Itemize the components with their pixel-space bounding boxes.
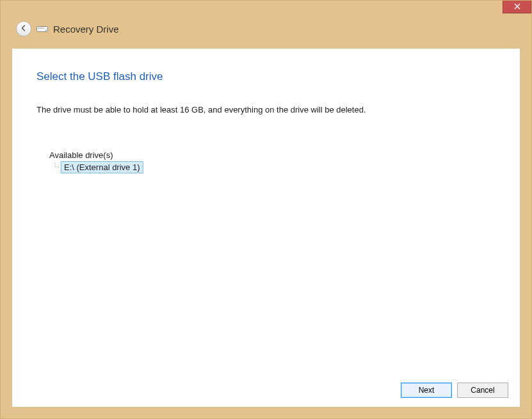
content-inner: Select the USB flash drive The drive mus…	[12, 49, 520, 407]
footer-button-row: Next Cancel	[401, 383, 508, 398]
page-heading: Select the USB flash drive	[36, 70, 496, 83]
back-button[interactable]	[16, 21, 31, 36]
next-button[interactable]: Next	[401, 383, 452, 398]
content-panel: Select the USB flash drive The drive mus…	[12, 48, 520, 407]
cancel-button[interactable]: Cancel	[457, 383, 508, 398]
available-drives-label: Available drive(s)	[49, 150, 496, 160]
svg-point-2	[45, 30, 47, 31]
drive-item[interactable]: E:\ (External drive 1)	[61, 161, 143, 173]
description-text: The drive must be able to hold at least …	[36, 105, 496, 115]
drive-tree: E:\ (External drive 1)	[49, 161, 496, 173]
header-row: Recovery Drive	[1, 19, 531, 44]
drive-icon	[36, 24, 48, 33]
titlebar	[1, 1, 531, 19]
back-arrow-icon	[20, 24, 28, 34]
tree-connector-icon	[53, 162, 61, 173]
recovery-drive-wizard-window: Recovery Drive Select the USB flash driv…	[0, 0, 532, 419]
window-title: Recovery Drive	[53, 24, 119, 35]
available-drives-section: Available drive(s) E:\ (External drive 1…	[36, 150, 496, 173]
close-button[interactable]	[503, 1, 531, 13]
svg-rect-1	[38, 28, 44, 29]
close-icon	[514, 3, 520, 12]
